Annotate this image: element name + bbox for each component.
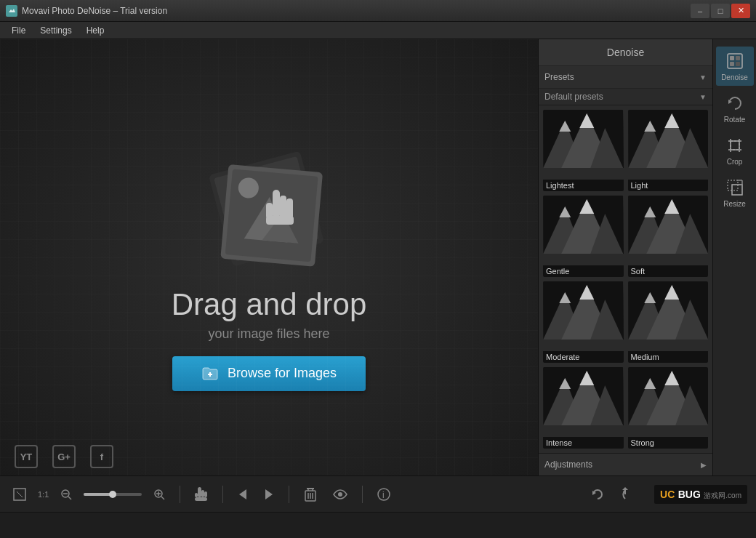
tool-resize[interactable]: Resize	[716, 173, 754, 212]
youtube-icon[interactable]: YT	[15, 445, 38, 468]
svg-marker-99	[239, 489, 246, 499]
svg-point-108	[338, 492, 342, 497]
crop-label: Crop	[727, 158, 743, 166]
svg-rect-70	[728, 54, 742, 68]
preset-label-1: Light	[628, 180, 709, 191]
preset-label-3: Soft	[628, 265, 709, 277]
prev-icon	[238, 489, 248, 500]
default-presets-label: Default presets	[544, 92, 603, 102]
drag-drop-subtitle: your image files here	[172, 326, 367, 342]
default-presets-row[interactable]: Default presets ▼	[539, 89, 712, 105]
crop-icon	[725, 135, 745, 156]
fit-button[interactable]	[9, 485, 31, 504]
zoom-out-button[interactable]	[56, 486, 76, 503]
preset-item-soft[interactable]: Soft	[628, 196, 709, 277]
main-layout: Drag and drop your image files here Brow…	[0, 39, 756, 475]
tool-crop[interactable]: Crop	[716, 131, 754, 170]
undo-button[interactable]	[616, 484, 640, 505]
denoise-label: Denoise	[721, 73, 748, 81]
tool-rotate[interactable]: Rotate	[716, 89, 754, 128]
svg-rect-96	[204, 491, 207, 497]
presets-row[interactable]: Presets ▼	[539, 66, 712, 89]
preset-thumb-7	[628, 367, 709, 425]
close-button[interactable]: ✕	[731, 4, 750, 18]
preset-item-intense[interactable]: Intense	[543, 367, 624, 449]
preset-label-6: Intense	[543, 437, 624, 449]
adjustments-row[interactable]: Adjustments ▶	[539, 453, 712, 475]
svg-rect-98	[195, 497, 207, 501]
preset-label-5: Medium	[628, 351, 709, 363]
watermark: UC BUG 游戏网.com	[654, 485, 747, 504]
svg-marker-113	[622, 487, 628, 490]
preset-thumb-2	[543, 196, 624, 254]
preset-thumb-0	[543, 110, 624, 168]
preview-button[interactable]	[329, 486, 352, 502]
drop-text: Drag and drop your image files here	[172, 287, 367, 342]
preset-label-7: Strong	[628, 437, 709, 449]
status-bar	[0, 512, 756, 538]
presets-arrow: ▼	[699, 73, 707, 81]
folder-plus-icon	[201, 365, 219, 382]
resize-icon	[725, 177, 745, 198]
denoise-icon	[725, 51, 745, 71]
menu-help[interactable]: Help	[79, 24, 112, 37]
zoom-slider[interactable]	[84, 493, 142, 496]
info-button[interactable]: i	[373, 485, 395, 504]
eye-icon	[333, 489, 347, 499]
hand-button[interactable]	[190, 484, 212, 505]
zoom-out-icon	[60, 489, 72, 500]
browse-button[interactable]: Browse for Images	[172, 356, 366, 391]
svg-rect-8	[273, 190, 280, 219]
delete-button[interactable]	[299, 484, 321, 505]
svg-rect-73	[730, 62, 734, 66]
window-controls: – □ ✕	[691, 4, 750, 18]
svg-line-93	[161, 497, 164, 499]
minimize-button[interactable]: –	[691, 4, 709, 18]
window-title: Movavi Photo DeNoise – Trial version	[22, 6, 167, 16]
preset-label-0: Lightest	[543, 180, 624, 191]
tool-denoise[interactable]: Denoise	[716, 47, 754, 86]
zoom-ratio: 1:1	[38, 490, 49, 499]
google-plus-icon[interactable]: G+	[52, 445, 76, 468]
drag-drop-title: Drag and drop	[172, 287, 367, 322]
title-bar-left: Movavi Photo DeNoise – Trial version	[6, 5, 167, 17]
default-presets-arrow: ▼	[699, 93, 707, 101]
svg-rect-9	[280, 196, 286, 219]
svg-rect-72	[736, 56, 740, 60]
svg-rect-95	[201, 490, 204, 497]
preset-item-gentle[interactable]: Gentle	[543, 196, 624, 277]
preset-item-strong[interactable]: Strong	[628, 367, 709, 449]
denoise-title: Denoise	[539, 39, 712, 66]
menu-file[interactable]: File	[4, 24, 33, 37]
rotate-icon	[725, 93, 745, 113]
maximize-button[interactable]: □	[711, 4, 730, 18]
svg-rect-74	[736, 62, 740, 66]
svg-line-86	[17, 491, 23, 497]
svg-rect-10	[286, 198, 293, 219]
svg-text:i: i	[382, 490, 385, 500]
browse-label: Browse for Images	[228, 366, 337, 381]
preset-item-moderate[interactable]: Moderate	[543, 281, 624, 363]
delete-icon	[304, 487, 317, 502]
preset-item-lightest[interactable]: Lightest	[543, 110, 624, 191]
preset-label-2: Gentle	[543, 265, 624, 277]
facebook-icon[interactable]: f	[90, 445, 113, 468]
rotate-label: Rotate	[724, 116, 745, 124]
drop-area[interactable]: Drag and drop your image files here Brow…	[0, 39, 538, 475]
preset-thumb-6	[543, 367, 624, 425]
preset-item-light[interactable]: Light	[628, 110, 709, 191]
menu-settings[interactable]: Settings	[33, 24, 79, 37]
denoise-panel: Denoise Presets ▼ Default presets ▼ Ligh…	[538, 39, 712, 475]
svg-rect-81	[728, 180, 738, 190]
prev-button[interactable]	[233, 486, 252, 503]
drop-icon	[189, 124, 349, 287]
right-toolbar: Denoise Rotate	[712, 39, 756, 475]
preset-thumb-4	[543, 281, 624, 340]
presets-label: Presets	[544, 72, 695, 82]
rotate-left-button[interactable]	[586, 484, 609, 505]
zoom-in-button[interactable]	[149, 486, 169, 503]
presets-grid: LightestLightGentleSoftModerateMediumInt…	[539, 105, 712, 453]
next-button[interactable]	[260, 486, 278, 503]
preset-item-medium[interactable]: Medium	[628, 281, 709, 363]
rotate-left-icon	[590, 487, 605, 502]
